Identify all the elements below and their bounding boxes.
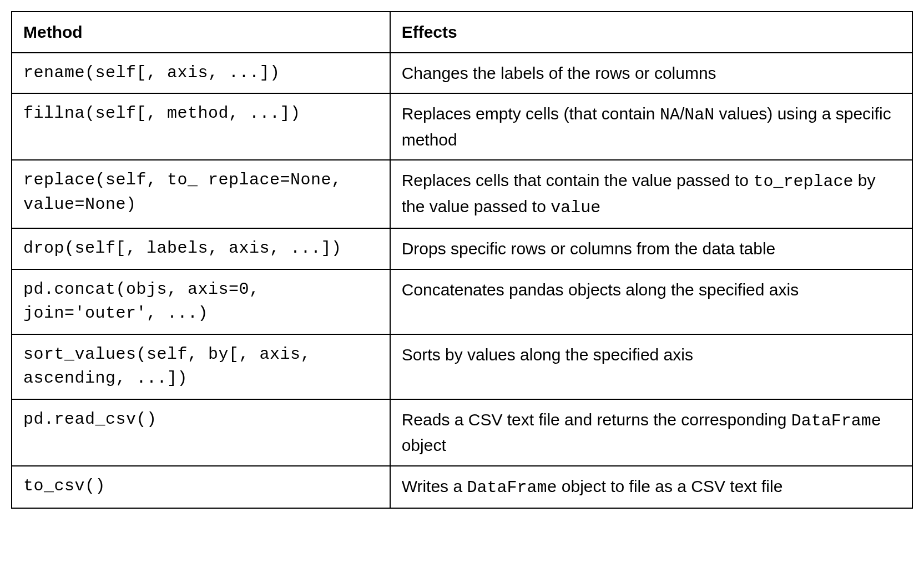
effect-text: object: [402, 436, 446, 454]
effect-text: Writes a: [402, 477, 467, 495]
effect-text: object to file as a CSV text file: [557, 477, 783, 495]
header-method: Method: [12, 12, 390, 53]
effect-cell: Reads a CSV text file and returns the co…: [390, 399, 912, 466]
table-row: pd.read_csv() Reads a CSV text file and …: [12, 399, 912, 466]
methods-table-container: Method Effects rename(self[, axis, ...])…: [11, 11, 913, 509]
method-cell: rename(self[, axis, ...]): [12, 53, 390, 94]
method-cell: pd.read_csv(): [12, 399, 390, 466]
method-cell: pd.concat(objs, axis=0, join='outer', ..…: [12, 269, 390, 334]
effect-text: /: [680, 104, 684, 123]
effect-cell: Replaces cells that contain the value pa…: [390, 160, 912, 228]
code-inline: DataFrame: [467, 478, 557, 497]
table-row: drop(self[, labels, axis, ...]) Drops sp…: [12, 228, 912, 269]
method-cell: fillna(self[, method, ...]): [12, 93, 390, 160]
method-cell: drop(self[, labels, axis, ...]): [12, 228, 390, 269]
method-cell: to_csv(): [12, 466, 390, 509]
effect-text: Reads a CSV text file and returns the co…: [402, 410, 791, 429]
table-row: to_csv() Writes a DataFrame object to fi…: [12, 466, 912, 509]
table-row: replace(self, to_ replace=None, value=No…: [12, 160, 912, 228]
table-row: fillna(self[, method, ...]) Replaces emp…: [12, 93, 912, 160]
effect-cell: Changes the labels of the rows or column…: [390, 53, 912, 94]
header-effects: Effects: [390, 12, 912, 53]
method-cell: replace(self, to_ replace=None, value=No…: [12, 160, 390, 228]
effect-cell: Drops specific rows or columns from the …: [390, 228, 912, 269]
code-inline: NaN: [684, 106, 714, 124]
effect-cell: Writes a DataFrame object to file as a C…: [390, 466, 912, 509]
table-header-row: Method Effects: [12, 12, 912, 53]
table-row: rename(self[, axis, ...]) Changes the la…: [12, 53, 912, 94]
effect-cell: Sorts by values along the specified axis: [390, 334, 912, 399]
code-inline: DataFrame: [791, 412, 881, 430]
effect-text: Replaces cells that contain the value pa…: [402, 171, 754, 189]
method-cell: sort_values(self, by[, axis, ascending, …: [12, 334, 390, 399]
code-inline: value: [551, 198, 600, 217]
effect-text: Replaces empty cells (that contain: [402, 104, 660, 123]
code-inline: NA: [660, 106, 680, 124]
table-row: sort_values(self, by[, axis, ascending, …: [12, 334, 912, 399]
effect-cell: Replaces empty cells (that contain NA/Na…: [390, 93, 912, 160]
code-inline: to_replace: [753, 172, 853, 191]
table-row: pd.concat(objs, axis=0, join='outer', ..…: [12, 269, 912, 334]
effect-cell: Concatenates pandas objects along the sp…: [390, 269, 912, 334]
methods-table: Method Effects rename(self[, axis, ...])…: [11, 11, 913, 509]
